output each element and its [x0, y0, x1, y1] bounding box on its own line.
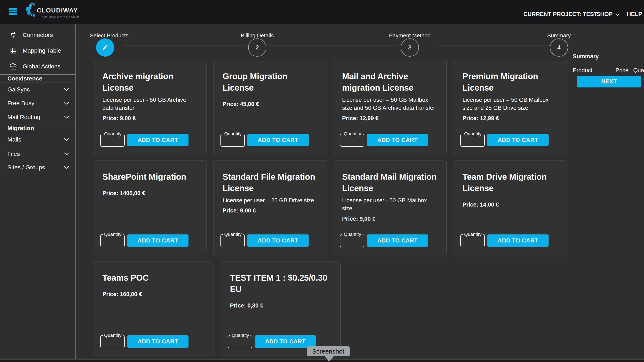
- cloud-icon: [10, 63, 17, 70]
- quantity-field[interactable]: Quantity: [340, 234, 364, 247]
- add-to-cart-button[interactable]: ADD TO CART: [367, 234, 428, 247]
- sidebar-item-label: GalSync: [8, 86, 30, 93]
- sidebar-section-migration: Migration: [0, 124, 75, 132]
- next-button[interactable]: NEXT: [577, 76, 641, 87]
- product-price: Price: 0,30 €: [230, 302, 332, 309]
- card-actions: Quantity ADD TO CART: [333, 232, 446, 255]
- sidebar-item-label: Mail Routing: [8, 114, 40, 121]
- product-card: Group Migration License Price: 45,00 € Q…: [213, 60, 327, 155]
- card-actions: Quantity ADD TO CART: [93, 232, 206, 255]
- summary-column-price: Price: [616, 67, 628, 74]
- screenshot-tooltip: Screenshot: [307, 346, 350, 356]
- add-to-cart-button[interactable]: ADD TO CART: [487, 134, 548, 146]
- product-name: Mail and Archive migration License: [342, 71, 438, 93]
- add-to-cart-button[interactable]: ADD TO CART: [127, 234, 188, 247]
- sidebar-item-label: Global Actions: [23, 63, 60, 70]
- step-label-select-products: Select Products: [90, 32, 128, 39]
- add-to-cart-button[interactable]: ADD TO CART: [127, 134, 188, 146]
- sidebar-item-label: Files: [8, 151, 20, 157]
- quantity-input[interactable]: [102, 235, 123, 246]
- product-price: Price: 14,00 €: [462, 201, 558, 208]
- sidebar-item-label: Sites / Groups: [8, 164, 45, 171]
- quantity-field[interactable]: Quantity: [100, 134, 124, 147]
- product-price: Price: 9,00 €: [102, 115, 198, 122]
- sidebar-item-free-busy[interactable]: Free Busy: [0, 97, 75, 110]
- sidebar-section-label: Migration: [8, 125, 34, 132]
- step-circle-select-products[interactable]: [96, 38, 114, 57]
- step-number: 2: [256, 44, 259, 51]
- quantity-input[interactable]: [462, 135, 484, 146]
- add-to-cart-button[interactable]: ADD TO CART: [367, 134, 428, 146]
- step-circle-summary[interactable]: 4: [550, 38, 568, 57]
- menu-icon[interactable]: [9, 8, 17, 15]
- sidebar-item-global-actions[interactable]: Global Actions: [0, 60, 75, 73]
- quantity-input[interactable]: [222, 235, 244, 246]
- card-actions: Quantity ADD TO CART: [214, 131, 327, 155]
- quantity-input[interactable]: [341, 135, 363, 146]
- product-price: Price: 45,00 €: [222, 101, 318, 108]
- sidebar-item-mail-routing[interactable]: Mail Routing: [0, 110, 75, 124]
- table-icon: [10, 47, 17, 54]
- summary-title: Summary: [573, 53, 599, 60]
- logo-text: CLOUDIWAY Your smart ally in the Cloud: [37, 7, 79, 18]
- product-price: Price: 9,00 €: [342, 216, 438, 222]
- sidebar-item-mails[interactable]: Mails: [0, 133, 75, 146]
- quantity-field[interactable]: Quantity: [460, 234, 485, 247]
- product-name: TEST ITEM 1 : $0.25/0.30 EU: [230, 272, 332, 295]
- card-actions: Quantity ADD TO CART: [454, 131, 566, 155]
- quantity-input[interactable]: [229, 337, 251, 347]
- top-bar: CLOUDIWAY Your smart ally in the Cloud C…: [0, 0, 644, 24]
- sidebar-item-label: Free Busy: [8, 100, 34, 107]
- shop-menu[interactable]: SHOP: [596, 11, 620, 17]
- product-card: Standard Mail Migration License License …: [333, 160, 446, 255]
- add-to-cart-button[interactable]: ADD TO CART: [487, 234, 548, 247]
- help-menu[interactable]: HELP: [627, 11, 644, 17]
- quantity-field[interactable]: Quantity: [220, 134, 245, 147]
- card-actions: Quantity ADD TO CART: [93, 333, 213, 356]
- product-card: Premium Migration License License per us…: [453, 60, 567, 155]
- product-name: Standard Mail Migration License: [342, 171, 438, 194]
- product-card: Archive migration License License per us…: [93, 60, 207, 155]
- product-name: Archive migration License: [102, 71, 198, 93]
- product-card: Standard File Migration License License …: [213, 160, 327, 255]
- sidebar-item-label: Connectors: [23, 32, 53, 38]
- quantity-input[interactable]: [102, 135, 123, 146]
- product-name: Premium Migration License: [462, 71, 558, 93]
- pencil-icon: [102, 44, 108, 51]
- add-to-cart-button[interactable]: ADD TO CART: [255, 335, 316, 348]
- step-number: 3: [408, 44, 412, 51]
- quantity-field[interactable]: Quantity: [220, 234, 245, 247]
- product-card: SharePoint Migration Price: 1400,00 € Qu…: [93, 160, 207, 255]
- product-card: Team Drive Migration License Price: 14,0…: [453, 160, 567, 255]
- product-card: TEST ITEM 1 : $0.25/0.30 EU Price: 0,30 …: [221, 261, 340, 356]
- product-card: Mail and Archive migration License Licen…: [333, 60, 446, 155]
- step-number: 4: [557, 44, 561, 51]
- step-circle-billing-details[interactable]: 2: [248, 38, 266, 57]
- sidebar-item-files[interactable]: Files: [0, 147, 75, 161]
- add-to-cart-button[interactable]: ADD TO CART: [247, 234, 309, 247]
- sidebar-item-connectors[interactable]: Connectors: [0, 28, 75, 42]
- quantity-input[interactable]: [102, 337, 123, 347]
- add-to-cart-button[interactable]: ADD TO CART: [127, 335, 188, 348]
- product-description: License per user - 50 GB Archive data tr…: [102, 96, 198, 112]
- step-circle-payment-method[interactable]: 3: [401, 38, 419, 57]
- quantity-field[interactable]: Quantity: [340, 134, 364, 147]
- quantity-field[interactable]: Quantity: [100, 335, 124, 348]
- quantity-input[interactable]: [341, 235, 363, 246]
- horizontal-scrollbar[interactable]: [0, 359, 644, 362]
- quantity-input[interactable]: [462, 235, 484, 246]
- add-to-cart-button[interactable]: ADD TO CART: [247, 134, 309, 146]
- sidebar-item-galsync[interactable]: GalSync: [0, 83, 75, 96]
- plug-icon: [10, 31, 17, 39]
- quantity-input[interactable]: [222, 135, 244, 146]
- quantity-field[interactable]: Quantity: [100, 234, 124, 247]
- sidebar-item-sites-groups[interactable]: Sites / Groups: [0, 161, 75, 174]
- quantity-field[interactable]: Quantity: [228, 335, 252, 348]
- help-menu-label: HELP: [627, 11, 642, 17]
- product-description: License per user – 50 GB Mailbox size an…: [462, 96, 558, 112]
- chevron-down-icon: [64, 166, 69, 169]
- sidebar-item-mapping-table[interactable]: Mapping Table: [0, 44, 75, 57]
- brand-name: CLOUDIWAY: [37, 7, 79, 13]
- sidebar-section-label: Coexistence: [8, 75, 42, 82]
- quantity-field[interactable]: Quantity: [460, 134, 485, 147]
